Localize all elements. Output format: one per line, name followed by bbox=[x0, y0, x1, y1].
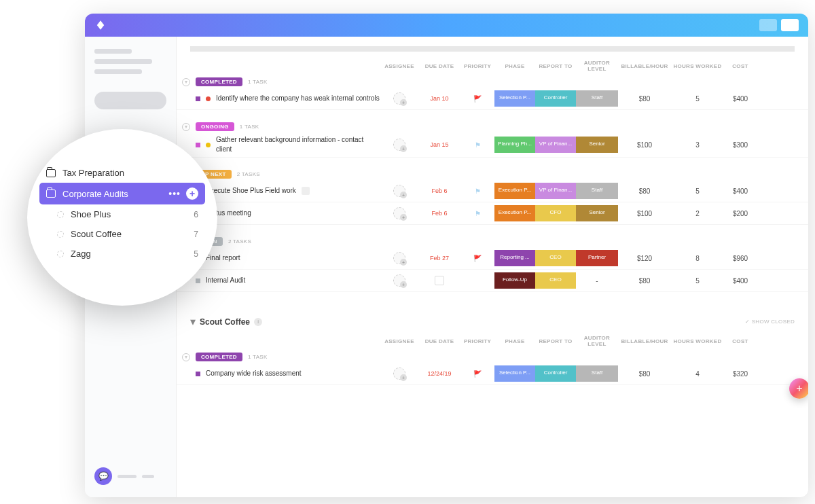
section-header[interactable]: ▾ Scout Coffee i ✓ SHOW CLOSED bbox=[177, 303, 808, 331]
rate-cell: $100 bbox=[618, 210, 671, 217]
rate-cell: $100 bbox=[618, 141, 671, 149]
hours-cell: 3 bbox=[671, 141, 724, 149]
folder-nav-item[interactable]: Corporate Audits•••+ bbox=[39, 183, 205, 204]
info-icon[interactable]: i bbox=[254, 318, 262, 326]
due-date[interactable]: 12/24/19 bbox=[418, 370, 460, 377]
assignee-cell[interactable] bbox=[380, 207, 418, 219]
cost-cell: $400 bbox=[724, 95, 757, 103]
report-tag[interactable]: Controller bbox=[535, 365, 576, 382]
folder-nav-item[interactable]: Tax Preparation bbox=[39, 163, 205, 183]
rate-cell: $80 bbox=[618, 187, 671, 195]
assignee-cell[interactable] bbox=[380, 252, 418, 264]
priority-flag-icon[interactable]: ⚑ bbox=[460, 141, 494, 149]
task-row[interactable]: Company wide risk assessment 12/24/19 🚩 … bbox=[177, 363, 808, 385]
assignee-cell[interactable] bbox=[380, 185, 418, 197]
add-icon[interactable]: + bbox=[186, 187, 198, 200]
collapse-icon[interactable]: ▾ bbox=[182, 353, 190, 361]
priority-dot-icon bbox=[206, 143, 211, 147]
task-row[interactable]: Status meeting Feb 6 ⚑ Execution P... CF… bbox=[177, 202, 808, 225]
sidebar-placeholder bbox=[94, 69, 142, 74]
collapse-icon[interactable]: ▾ bbox=[182, 123, 190, 131]
group-header[interactable]: ▾COMPLETED1 TASK bbox=[177, 351, 808, 363]
auditor-tag[interactable]: Staff bbox=[576, 365, 618, 382]
window-max-button[interactable] bbox=[781, 19, 799, 31]
assignee-cell[interactable] bbox=[380, 139, 418, 151]
due-date[interactable]: Jan 15 bbox=[418, 141, 460, 148]
assignee-avatar-icon[interactable] bbox=[393, 207, 405, 219]
collapse-icon[interactable]: ▾ bbox=[182, 78, 190, 86]
auditor-tag[interactable]: Staff bbox=[576, 183, 618, 199]
nav-label: Scout Coffee bbox=[71, 229, 122, 239]
task-row[interactable]: Identify where the company has weak inte… bbox=[177, 88, 808, 110]
auditor-tag[interactable]: Senior bbox=[576, 137, 618, 153]
due-date[interactable]: Feb 6 bbox=[418, 187, 460, 194]
task-row[interactable]: Gather relevant background information -… bbox=[177, 132, 808, 158]
phase-tag[interactable]: Selection P... bbox=[494, 365, 535, 382]
group-header[interactable]: ▾COMPLETED1 TASK bbox=[177, 76, 808, 88]
phase-tag[interactable]: Execution P... bbox=[494, 205, 535, 221]
list-nav-item[interactable]: Shoe Plus6 bbox=[39, 204, 205, 224]
priority-flag-icon[interactable]: ⚑ bbox=[460, 187, 494, 195]
folder-icon bbox=[46, 190, 56, 198]
assignee-cell[interactable] bbox=[380, 92, 418, 105]
assignee-cell[interactable] bbox=[380, 274, 418, 287]
priority-flag-icon[interactable]: ⚑ bbox=[460, 210, 494, 217]
phase-tag[interactable]: Execution P... bbox=[494, 183, 535, 199]
phase-tag[interactable]: Planning Ph... bbox=[494, 137, 535, 153]
hours-cell: 5 bbox=[671, 95, 724, 103]
auditor-tag[interactable]: Staff bbox=[576, 90, 618, 107]
assignee-avatar-icon[interactable] bbox=[393, 252, 405, 264]
create-fab-button[interactable]: + bbox=[789, 378, 808, 399]
report-tag[interactable]: CFO bbox=[535, 205, 576, 221]
due-date[interactable]: Feb 27 bbox=[418, 255, 460, 262]
auditor-tag[interactable]: Senior bbox=[576, 205, 618, 221]
assignee-avatar-icon[interactable] bbox=[393, 185, 405, 197]
status-square-icon bbox=[196, 143, 200, 147]
report-tag[interactable]: VP of Finan... bbox=[535, 137, 576, 153]
assignee-avatar-icon[interactable] bbox=[393, 274, 405, 287]
phase-tag[interactable]: Selection P... bbox=[494, 90, 535, 107]
phase-tag[interactable]: Follow-Up bbox=[494, 272, 535, 289]
status-square-icon bbox=[196, 372, 200, 376]
group-header[interactable]: ▾ONGOING1 TASK bbox=[177, 121, 808, 132]
phase-tag[interactable]: Reporting ... bbox=[494, 250, 535, 266]
header-placeholder bbox=[190, 46, 795, 52]
priority-flag-icon[interactable]: 🚩 bbox=[460, 255, 494, 262]
list-nav-item[interactable]: Zagg5 bbox=[39, 244, 205, 264]
sidebar-search-input[interactable] bbox=[94, 92, 166, 109]
due-date[interactable]: Feb 6 bbox=[418, 210, 460, 217]
assignee-cell[interactable] bbox=[380, 367, 418, 380]
task-name: Identify where the company has weak inte… bbox=[216, 94, 380, 103]
group-header[interactable]: ▾OPEN2 TASKS bbox=[177, 236, 808, 247]
group-header[interactable]: ▾UP NEXT2 TASKS bbox=[177, 168, 808, 180]
column-headers: ASSIGNEEDUE DATEPRIORITYPHASEREPORT TOAU… bbox=[177, 56, 808, 76]
window-min-button[interactable] bbox=[759, 19, 777, 31]
due-date[interactable] bbox=[418, 276, 460, 285]
more-icon[interactable]: ••• bbox=[168, 188, 181, 199]
priority-flag-icon[interactable]: 🚩 bbox=[460, 370, 494, 378]
subtask-icon[interactable] bbox=[302, 187, 310, 195]
assignee-avatar-icon[interactable] bbox=[393, 139, 405, 151]
task-row[interactable]: Internal Audit Follow-Up CEO - $80 5 $40… bbox=[177, 270, 808, 292]
auditor-tag[interactable]: Partner bbox=[576, 250, 618, 266]
app-logo-icon bbox=[94, 19, 107, 31]
task-name: Final report bbox=[206, 253, 240, 263]
report-tag[interactable]: VP of Finan... bbox=[535, 183, 576, 199]
report-tag[interactable]: CEO bbox=[535, 250, 576, 266]
assignee-avatar-icon[interactable] bbox=[393, 92, 405, 105]
task-row[interactable]: Execute Shoe Plus Field work Feb 6 ⚑ Exe… bbox=[177, 180, 808, 202]
show-closed-toggle[interactable]: ✓ SHOW CLOSED bbox=[745, 319, 795, 325]
status-square-icon bbox=[196, 96, 200, 101]
due-date[interactable]: Jan 10 bbox=[418, 95, 460, 102]
priority-flag-icon[interactable]: 🚩 bbox=[460, 95, 494, 103]
report-tag[interactable]: CEO bbox=[535, 272, 576, 289]
auditor-tag: - bbox=[576, 277, 618, 285]
report-tag[interactable]: Controller bbox=[535, 90, 576, 107]
assignee-avatar-icon[interactable] bbox=[393, 367, 405, 380]
chat-placeholder bbox=[117, 475, 137, 478]
list-nav-item[interactable]: Scout Coffee7 bbox=[39, 224, 205, 244]
nav-label: Shoe Plus bbox=[71, 209, 111, 219]
task-row[interactable]: Final report Feb 27 🚩 Reporting ... CEO … bbox=[177, 247, 808, 270]
sidebar-nav-popup: Tax PreparationCorporate Audits•••+Shoe … bbox=[27, 129, 217, 306]
chat-launcher[interactable]: 💬 bbox=[94, 467, 166, 485]
